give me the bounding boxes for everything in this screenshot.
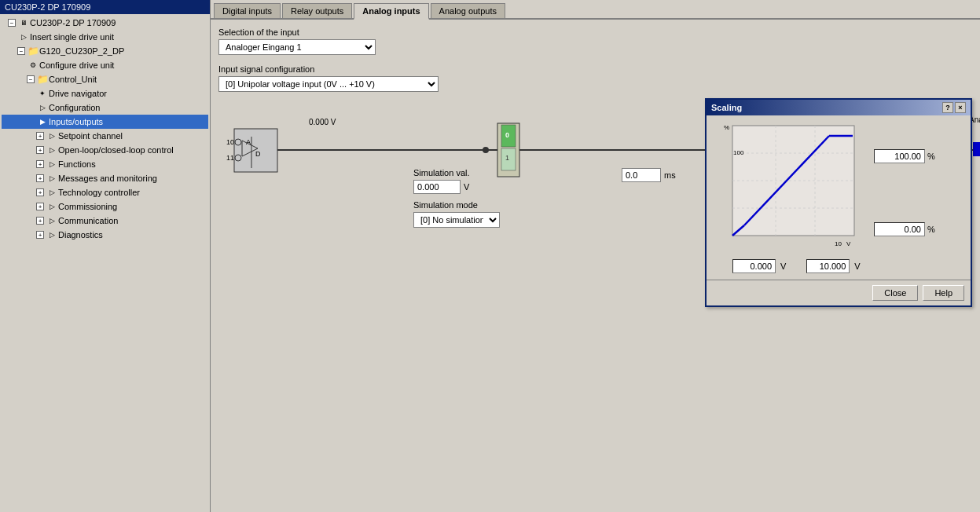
sim-mode-dropdown[interactable]: [0] No simulation — [413, 212, 500, 228]
expand-icon[interactable]: + — [36, 231, 44, 239]
sidebar-item-insert[interactable]: ▷ Insert single drive unit — [2, 30, 208, 44]
sidebar-item-g120[interactable]: − 📁 G120_CU230P_2_DP — [2, 44, 208, 58]
selection-label: Selection of the input — [218, 27, 972, 37]
input-selection-group: Selection of the input Analoger Eingang … — [218, 27, 972, 55]
expand-icon[interactable]: − — [8, 19, 16, 27]
dialog-title-buttons: ? × — [942, 102, 966, 113]
dialog-help-button[interactable]: Help — [923, 285, 964, 301]
voltage-min-unit: V — [780, 261, 786, 271]
smoothing-ms-row: ms — [622, 168, 676, 182]
sim-val-input-row: V — [413, 180, 500, 194]
svg-text:0.000 V: 0.000 V — [309, 118, 336, 126]
sim-val-section: Simulation val. V Simulation mode [0] No… — [413, 168, 500, 228]
sidebar-item-functions[interactable]: + ▷ Functions — [2, 157, 208, 171]
sidebar-item-tech-ctrl[interactable]: + ▷ Technology controller — [2, 185, 208, 199]
dialog-row-1: % — [874, 149, 935, 163]
nav-icon: ✦ — [36, 87, 49, 100]
arrow-icon: ▷ — [46, 130, 58, 142]
pc-icon: 🖥 — [17, 16, 30, 29]
dialog-title-text: Scaling — [711, 103, 742, 112]
expand-icon[interactable]: + — [36, 188, 44, 196]
dialog-help-btn[interactable]: ? — [942, 102, 953, 113]
tab-analog-out[interactable]: Analog outputs — [431, 3, 505, 18]
scale-upper-input[interactable] — [874, 149, 925, 163]
sidebar-item-inputs[interactable]: ▶ Inputs/outputs — [2, 115, 208, 129]
signal-label: Input signal configuration — [218, 64, 972, 74]
dialog-value-inputs: % % — [874, 122, 935, 253]
dialog-close-btn[interactable]: × — [955, 102, 966, 113]
tab-analog-in[interactable]: Analog inputs — [354, 3, 428, 20]
tab-digital[interactable]: Digital inputs — [214, 3, 281, 18]
scaling-dialog: Scaling ? × — [705, 98, 972, 307]
dialog-voltage-row: V V — [713, 259, 964, 273]
dialog-main-row: % 100 V 10 — [713, 122, 964, 253]
expand-icon[interactable]: + — [36, 217, 44, 225]
dialog-close-button[interactable]: Close — [872, 285, 918, 301]
sidebar-item-label: Configuration — [49, 103, 100, 112]
sidebar-item-config[interactable]: ▷ Configuration — [2, 101, 208, 115]
sidebar-item-label: G120_CU230P_2_DP — [39, 46, 124, 56]
svg-text:D: D — [255, 150, 261, 158]
scale-upper-unit: % — [927, 152, 935, 161]
content-area: Digital inputs Relay outputs Analog inpu… — [211, 0, 980, 512]
voltage-max-input[interactable] — [806, 259, 850, 273]
svg-text:V: V — [846, 240, 851, 247]
arrow-icon: ▷ — [46, 214, 58, 227]
sidebar-item-communication[interactable]: + ▷ Communication — [2, 214, 208, 228]
sidebar-item-label: Drive navigator — [49, 89, 107, 98]
sidebar-item-setpoint[interactable]: + ▷ Setpoint channel — [2, 129, 208, 143]
expand-icon[interactable]: + — [36, 203, 44, 210]
arrow-icon: ▷ — [46, 144, 58, 156]
smoothing-input[interactable] — [622, 168, 661, 182]
sidebar-item-drive-nav[interactable]: ✦ Drive navigator — [2, 86, 208, 101]
sim-mode-label: Simulation mode — [413, 200, 500, 210]
sidebar-item-openloop[interactable]: + ▷ Open-loop/closed-loop control — [2, 143, 208, 157]
voltage-min-input[interactable] — [732, 259, 776, 273]
tab-relay[interactable]: Relay outputs — [282, 3, 352, 18]
svg-text:1: 1 — [505, 154, 509, 162]
signal-dropdown[interactable]: [0] Unipolar voltage input (0V ... +10 V… — [218, 76, 439, 92]
arrow-icon: ▷ — [36, 101, 49, 114]
sidebar: CU230P-2 DP 170909 − 🖥 CU230P-2 DP 17090… — [0, 0, 211, 512]
panel-content: Selection of the input Analoger Eingang … — [211, 20, 980, 512]
sidebar-item-label: Communication — [58, 216, 118, 225]
signal-config-group: Input signal configuration [0] Unipolar … — [218, 64, 972, 92]
expand-icon[interactable]: − — [27, 75, 35, 83]
sim-val-label: Simulation val. — [413, 168, 500, 177]
expand-icon[interactable]: + — [36, 160, 44, 168]
svg-text:%: % — [724, 124, 729, 131]
tab-bar: Digital inputs Relay outputs Analog inpu… — [211, 0, 980, 20]
sidebar-item-label: Commissioning — [58, 202, 117, 211]
svg-text:0: 0 — [505, 131, 509, 139]
sidebar-title: CU230P-2 DP 170909 — [0, 0, 210, 14]
scale-lower-input[interactable] — [874, 222, 925, 236]
expand-icon[interactable]: + — [36, 146, 44, 154]
sidebar-item-control-unit[interactable]: − 📁 Control_Unit — [2, 72, 208, 86]
sidebar-item-label: Functions — [58, 159, 96, 169]
item-icon: ▷ — [17, 31, 30, 43]
sim-val-unit: V — [464, 182, 469, 192]
sidebar-item-commission[interactable]: + ▷ Commissioning — [2, 199, 208, 214]
arrow-icon: ▷ — [46, 200, 58, 213]
dialog-row-2: % — [874, 222, 935, 236]
voltage-max-unit: V — [854, 261, 860, 271]
input-dropdown[interactable]: Analoger Eingang 1 — [218, 39, 376, 55]
sidebar-item-label: Inputs/outputs — [49, 117, 103, 126]
svg-text:10: 10 — [226, 138, 234, 146]
expand-icon[interactable]: + — [36, 174, 44, 182]
arrow-icon: ▷ — [46, 158, 58, 170]
sidebar-item-configure[interactable]: ⚙ Configure drive unit — [2, 58, 208, 72]
expand-icon[interactable]: + — [36, 132, 44, 140]
sidebar-item-label: Open-loop/closed-loop control — [58, 145, 174, 155]
sidebar-title-text: CU230P-2 DP 170909 — [5, 2, 90, 12]
sidebar-item-label: Diagnostics — [58, 230, 103, 240]
folder-icon: 📁 — [36, 73, 49, 86]
sidebar-item-root[interactable]: − 🖥 CU230P-2 DP 170909 — [2, 16, 208, 30]
expand-icon[interactable]: − — [17, 47, 25, 55]
sidebar-item-messages[interactable]: + ▷ Messages and monitoring — [2, 171, 208, 185]
sidebar-item-diagnostics[interactable]: + ▷ Diagnostics — [2, 228, 208, 242]
dialog-buttons-row: Close Help — [707, 280, 971, 305]
sidebar-item-label: Configure drive unit — [39, 60, 114, 70]
arrow-icon: ▷ — [46, 172, 58, 185]
sim-val-input[interactable] — [413, 180, 461, 194]
